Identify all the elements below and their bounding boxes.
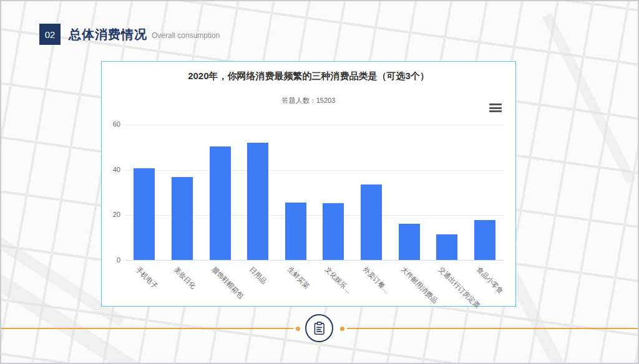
x-axis-label: 日用品 xyxy=(247,265,268,286)
clipboard-icon xyxy=(311,320,328,337)
bar[interactable] xyxy=(134,168,155,260)
hamburger-menu-icon[interactable] xyxy=(489,103,502,113)
section-header: 02 总体消费情况 Overall consumption xyxy=(39,24,220,45)
gridline xyxy=(125,125,504,125)
bar[interactable] xyxy=(361,184,382,260)
section-title-cn: 总体消费情况 xyxy=(69,26,147,43)
x-axis-label: 外卖订餐… xyxy=(361,265,391,295)
x-axis-label: 大件耐用消费品 xyxy=(399,265,439,305)
footer-divider-line xyxy=(0,328,293,329)
bar[interactable] xyxy=(399,224,420,260)
footer-divider-line xyxy=(347,328,639,329)
bar[interactable] xyxy=(210,146,231,260)
chart-subtitle: 答题人数：15203 xyxy=(102,96,515,105)
y-axis-tick-label: 0 xyxy=(98,256,120,264)
plot-area: 0204060手机电子美妆日化服饰鞋帽箱包日用品生鲜买菜文化娱乐…外卖订餐…大件… xyxy=(125,125,504,261)
section-number-badge: 02 xyxy=(39,24,61,45)
x-axis-label: 生鲜买菜 xyxy=(285,265,311,291)
footer-dot xyxy=(340,327,344,331)
y-axis-tick-label: 40 xyxy=(98,166,120,173)
section-title-en: Overall consumption xyxy=(152,31,220,40)
bar[interactable] xyxy=(172,177,193,260)
x-axis-label: 文化娱乐… xyxy=(323,265,354,295)
x-axis-label: 手机电子 xyxy=(134,265,160,291)
y-axis-tick-label: 60 xyxy=(98,120,120,128)
x-axis-label: 服饰鞋帽箱包 xyxy=(210,265,245,300)
bar[interactable] xyxy=(474,220,495,260)
bar[interactable] xyxy=(247,143,268,260)
gridline xyxy=(125,170,504,171)
chart-title: 2020年，你网络消费最频繁的三种消费品类是（可选3个） xyxy=(102,70,515,82)
y-axis-tick-label: 20 xyxy=(98,211,120,218)
footer-emblem xyxy=(305,314,333,342)
bar[interactable] xyxy=(323,203,344,260)
chart-panel: 2020年，你网络消费最频繁的三种消费品类是（可选3个） 答题人数：15203 … xyxy=(101,61,516,307)
bar[interactable] xyxy=(285,203,306,260)
footer-dot xyxy=(296,327,300,331)
bar[interactable] xyxy=(436,234,457,260)
x-axis-label: 食品小零食 xyxy=(474,265,505,295)
x-axis-label: 美妆日化 xyxy=(172,265,198,291)
